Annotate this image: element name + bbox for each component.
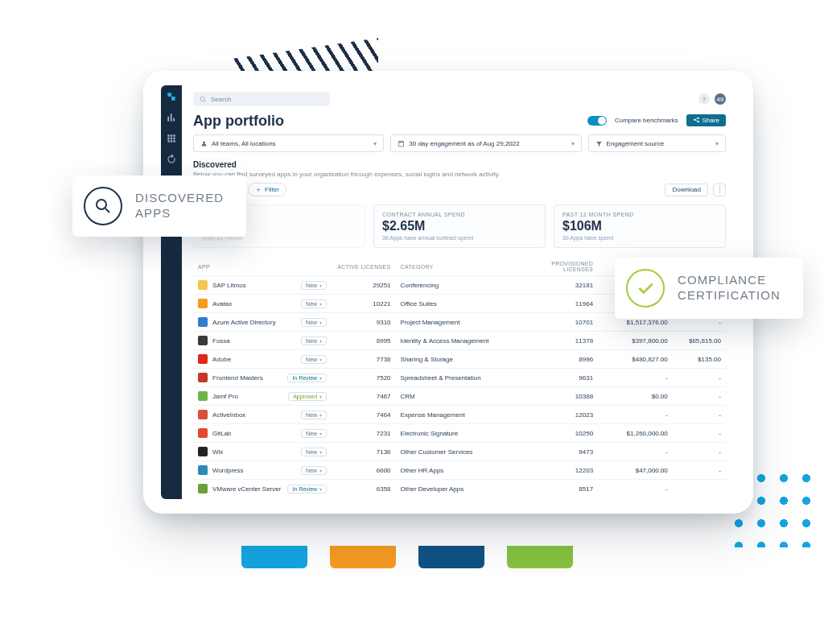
app-name: Avatax: [212, 300, 232, 308]
top-right-icons: ? 48: [698, 93, 726, 105]
nav-logo-icon[interactable]: [165, 90, 178, 103]
cell-prov: 10701: [523, 313, 598, 332]
status-tag[interactable]: New ▾: [301, 281, 327, 290]
cell-category: Sharing & Storage: [396, 350, 524, 369]
app-name: Adobe: [212, 356, 231, 363]
search-input[interactable]: Search: [193, 92, 330, 106]
callout-discovered-apps: DISCOVERED APPS: [72, 175, 246, 237]
kpi-past12-label: PAST 12 MONTH SPEND: [562, 212, 717, 217]
status-tag[interactable]: In Review ▾: [287, 374, 327, 382]
cell-contract: -: [598, 369, 673, 387]
app-icon: [198, 484, 208, 493]
status-tag[interactable]: New ▾: [301, 429, 327, 438]
cell-licenses: 6600: [332, 461, 395, 480]
status-tag[interactable]: Approved ▾: [288, 392, 327, 401]
callout-compliance-text: COMPLIANCE CERTIFICATION: [678, 273, 781, 303]
status-tag[interactable]: New ▾: [301, 355, 327, 364]
nav-chart-icon[interactable]: [165, 111, 178, 124]
cell-spend: -: [673, 406, 726, 424]
section-description: Below you can find surveyed apps in your…: [193, 171, 726, 178]
benchmarks-toggle[interactable]: [587, 116, 607, 126]
cell-spend: [673, 480, 726, 498]
table-row[interactable]: Jamf ProApproved ▾7467CRM10388$0.00-: [193, 387, 726, 406]
app-name: Wix: [212, 448, 223, 456]
table-row[interactable]: GitLabNew ▾7231Electronic Signature10250…: [193, 424, 726, 443]
status-tag[interactable]: In Review ▾: [287, 485, 327, 493]
decoration-color-tabs: [241, 546, 573, 568]
table-row[interactable]: WixNew ▾7136Other Customer Services9473-…: [193, 443, 726, 461]
col-prov[interactable]: PROVISIONED LICENSES: [523, 258, 598, 276]
section-heading: Discovered: [193, 160, 726, 169]
cell-licenses: 10221: [332, 295, 395, 313]
table-row[interactable]: VMware vCenter ServerIn Review ▾6358Othe…: [193, 480, 726, 498]
kpi-past12-sub: 36 Apps have spend: [562, 235, 717, 241]
kpi-contract-value: $2.65M: [382, 219, 537, 233]
table-row[interactable]: WordpressNew ▾6600Other HR Apps12203$47,…: [193, 461, 726, 480]
cell-spend: -: [673, 369, 726, 387]
cell-contract: $0.00: [598, 387, 673, 406]
chevron-down-icon: ▾: [571, 140, 575, 147]
search-placeholder: Search: [211, 96, 231, 103]
table-row[interactable]: ActiveInboxNew ▾7464Expense Management12…: [193, 406, 726, 424]
status-tag[interactable]: New ▾: [301, 318, 327, 327]
cell-spend: -: [673, 424, 726, 443]
page-title: App portfolio: [193, 113, 284, 130]
svg-point-0: [97, 200, 106, 209]
app-icon: [198, 317, 208, 327]
cell-category: Office Suites: [396, 295, 524, 313]
table-row[interactable]: FossaNew ▾8995Identity & Access Manageme…: [193, 332, 726, 350]
filter-engagement[interactable]: 30 day engagement as of Aug 29,2022 ▾: [390, 134, 581, 152]
filter-teams[interactable]: All teams, All locations ▾: [193, 134, 384, 152]
cell-category: CRM: [396, 387, 524, 406]
nav-apps-icon[interactable]: [165, 132, 178, 145]
check-icon: [626, 269, 665, 308]
cell-contract: $47,000.00: [598, 461, 673, 480]
nav-refresh-icon[interactable]: [165, 153, 178, 166]
col-app[interactable]: APP: [193, 258, 332, 276]
cell-category: Expense Management: [396, 406, 524, 424]
app-name: SAP Litmos: [212, 282, 246, 289]
kpi-past12-value: $106M: [562, 219, 717, 233]
cell-category: Other HR Apps: [396, 461, 524, 480]
cell-prov: 9473: [523, 443, 598, 461]
add-filter-button[interactable]: ＋ Filter: [248, 183, 286, 196]
cell-prov: 10250: [523, 424, 598, 443]
cell-licenses: 6358: [332, 480, 395, 498]
download-button[interactable]: Download: [665, 184, 708, 196]
cell-licenses: 29251: [332, 276, 395, 295]
app-icon: [198, 373, 208, 382]
more-menu-button[interactable]: ⋮: [713, 184, 726, 196]
share-label: Share: [702, 117, 719, 124]
kpi-contract-sub: 36 Apps have annual contract spend: [382, 235, 537, 241]
status-tag[interactable]: New ▾: [301, 411, 327, 419]
cell-contract: -: [598, 480, 673, 498]
cell-licenses: 7738: [332, 350, 395, 369]
cell-prov: 8517: [523, 480, 598, 498]
notifications-icon[interactable]: 48: [715, 93, 726, 105]
filter-source[interactable]: Engagement source ▾: [588, 134, 726, 152]
help-icon[interactable]: ?: [698, 93, 710, 105]
table-row[interactable]: Frontend MastersIn Review ▾7520Spreadshe…: [193, 369, 726, 387]
filter-teams-label: All teams, All locations: [212, 140, 276, 147]
status-tag[interactable]: New ▾: [301, 448, 327, 456]
benchmarks-label: Compare benchmarks: [615, 117, 678, 124]
cell-contract: $397,800.00: [598, 332, 673, 350]
status-tag[interactable]: New ▾: [301, 336, 327, 345]
app-name: Azure Active Directory: [212, 319, 276, 326]
cell-licenses: 7520: [332, 369, 395, 387]
cell-licenses: 9310: [332, 313, 395, 332]
nav-rail: [161, 85, 182, 499]
status-tag[interactable]: New ▾: [301, 466, 327, 475]
cell-spend: -: [673, 443, 726, 461]
cell-spend: $65,815.00: [673, 332, 726, 350]
share-button[interactable]: Share: [686, 114, 726, 126]
app-name: Frontend Masters: [212, 374, 263, 382]
cell-prov: 12203: [523, 461, 598, 480]
add-filter-label: Filter: [265, 186, 279, 193]
col-licenses[interactable]: ACTIVE LICENSES: [332, 258, 395, 276]
table-row[interactable]: AdobeNew ▾7738Sharing & Storage8996$480,…: [193, 350, 726, 369]
app-icon: [198, 447, 208, 456]
status-tag[interactable]: New ▾: [301, 299, 327, 308]
col-category[interactable]: CATEGORY: [396, 258, 524, 276]
cell-category: Identity & Access Management: [396, 332, 524, 350]
